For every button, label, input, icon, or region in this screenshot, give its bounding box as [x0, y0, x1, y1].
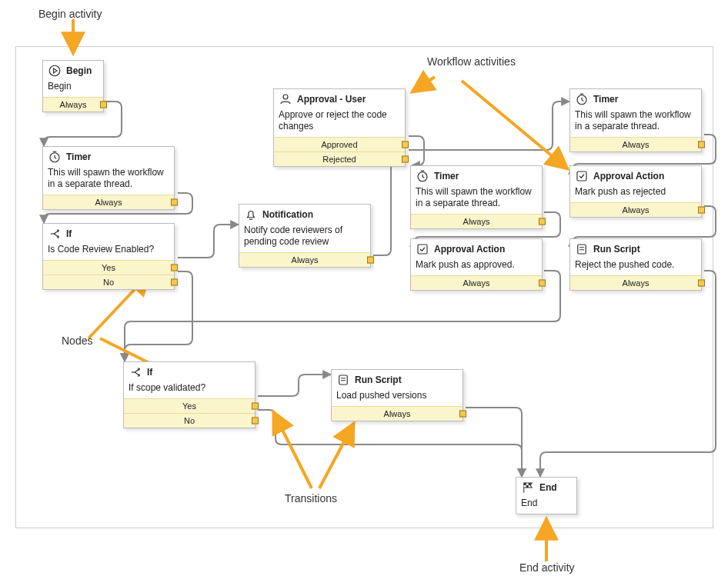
connector-port-icon[interactable]: [539, 280, 546, 287]
clock-icon: [575, 92, 589, 106]
activity-title: Run Script: [355, 375, 402, 385]
activity-approval-action-approved[interactable]: Approval Action Mark push as approved. A…: [410, 238, 543, 291]
outcome-label: Always: [60, 100, 87, 109]
activity-title: Approval Action: [593, 171, 664, 181]
activity-title: Timer: [66, 151, 91, 162]
outcome[interactable]: Always: [570, 202, 701, 217]
activity-title: Timer: [434, 171, 459, 181]
svg-point-0: [49, 65, 60, 76]
connector-port-icon[interactable]: [459, 411, 466, 418]
outcome-label: Always: [623, 205, 650, 215]
outcome-label: Yes: [102, 263, 115, 272]
outcome-label: Approved: [321, 140, 357, 149]
activity-desc: Approve or reject the code changes: [274, 108, 405, 137]
activity-approval-action-rejected[interactable]: Approval Action Mark push as rejected Al…: [569, 165, 702, 218]
connector-port-icon[interactable]: [252, 418, 259, 425]
activity-desc: This will spawn the workflow in a separa…: [43, 165, 174, 195]
branch-icon: [48, 227, 62, 241]
clock-icon: [416, 169, 429, 183]
checkbox-icon: [575, 169, 589, 183]
user-icon: [279, 92, 292, 106]
outcome[interactable]: Always: [332, 406, 463, 421]
activity-desc: Mark push as rejected: [570, 185, 701, 202]
activity-timer-3[interactable]: Timer This will spawn the workflow in a …: [569, 88, 702, 152]
connector-port-icon[interactable]: [171, 279, 178, 286]
activity-title: If: [66, 228, 72, 239]
activity-end[interactable]: End End: [516, 477, 577, 514]
workflow-diagram: Begin activity Workflow activities Nodes…: [8, 8, 720, 568]
outcome-label: Always: [463, 217, 490, 226]
activity-if-1[interactable]: If Is Code Review Enabled? Yes No: [42, 223, 175, 290]
outcome-label: No: [103, 278, 114, 287]
connector-port-icon[interactable]: [402, 142, 409, 148]
connector-port-icon[interactable]: [698, 280, 705, 287]
anno-nodes: Nodes: [62, 335, 92, 347]
outcome-label: Yes: [182, 401, 196, 411]
outcome-label: Always: [463, 278, 490, 288]
outcome-yes[interactable]: Yes: [43, 260, 174, 275]
connector-port-icon[interactable]: [171, 199, 178, 206]
activity-desc: This will spawn the workflow in a separa…: [411, 185, 542, 214]
outcome-yes[interactable]: Yes: [124, 398, 255, 413]
activity-desc: If scope validated?: [124, 381, 255, 398]
bell-icon: [244, 208, 258, 221]
activity-desc: Notify code reviewers of pending code re…: [239, 223, 370, 252]
connector-port-icon[interactable]: [539, 218, 546, 225]
connector-port-icon[interactable]: [698, 142, 705, 148]
anno-transitions: Transitions: [285, 492, 337, 504]
outcome[interactable]: Always: [411, 214, 542, 228]
activity-title: Approval - User: [297, 94, 366, 105]
activity-if-2[interactable]: If If scope validated? Yes No: [123, 361, 255, 428]
connector-port-icon[interactable]: [402, 156, 409, 163]
anno-end-activity: End activity: [519, 561, 575, 574]
activity-timer-2[interactable]: Timer This will spawn the workflow in a …: [410, 165, 543, 229]
svg-rect-4: [418, 245, 427, 254]
outcome-approved[interactable]: Approved: [274, 137, 405, 151]
activity-run-script-load[interactable]: Run Script Load pushed versions Always: [331, 369, 463, 421]
connector-port-icon[interactable]: [367, 257, 374, 264]
outcome[interactable]: Always: [43, 97, 103, 112]
activity-title: End: [539, 482, 557, 493]
svg-rect-8: [339, 375, 348, 385]
svg-rect-7: [578, 245, 586, 254]
outcome-rejected[interactable]: Rejected: [274, 151, 405, 166]
svg-point-2: [283, 95, 288, 99]
outcome-label: No: [184, 416, 195, 425]
activity-desc: Begin: [43, 79, 103, 97]
activity-approval-user[interactable]: Approval - User Approve or reject the co…: [273, 88, 406, 167]
anno-workflow-activities-text: Workflow activities: [427, 55, 516, 68]
outcome[interactable]: Always: [411, 275, 542, 290]
outcome-label: Always: [623, 140, 650, 149]
activity-desc: Load pushed versions: [332, 388, 463, 406]
outcome-label: Always: [623, 278, 650, 288]
outcome[interactable]: Always: [239, 252, 370, 267]
anno-workflow-activities: Workflow activities: [427, 55, 516, 68]
outcome-label: Always: [95, 198, 122, 207]
outcome-no[interactable]: No: [43, 275, 174, 289]
activity-title: Timer: [593, 94, 618, 105]
outcome-label: Always: [292, 255, 319, 265]
outcome[interactable]: Always: [570, 137, 701, 151]
activity-notification[interactable]: Notification Notify code reviewers of pe…: [239, 204, 371, 268]
connector-port-icon[interactable]: [698, 207, 705, 214]
script-icon: [336, 373, 350, 387]
activity-desc: This will spawn the workflow in a separa…: [570, 108, 701, 137]
outcome[interactable]: Always: [43, 195, 174, 209]
connector-port-icon[interactable]: [252, 403, 259, 410]
flag-checkered-icon: [521, 481, 535, 494]
connector-port-icon[interactable]: [100, 102, 107, 108]
activity-title: If: [147, 367, 152, 378]
outcome-no[interactable]: No: [124, 413, 255, 428]
activity-run-script-reject[interactable]: Run Script Reject the pushed code. Alway…: [569, 238, 702, 291]
outcome[interactable]: Always: [570, 275, 701, 290]
activity-timer-1[interactable]: Timer This will spawn the workflow in a …: [42, 146, 175, 210]
activity-title: Run Script: [593, 244, 640, 255]
connector-port-icon[interactable]: [171, 265, 178, 271]
activity-desc: Is Code Review Enabled?: [43, 242, 174, 260]
svg-rect-6: [577, 171, 586, 181]
clock-icon: [48, 150, 62, 164]
anno-begin-activity: Begin activity: [38, 8, 102, 20]
activity-title: Approval Action: [434, 244, 505, 255]
activity-begin[interactable]: Begin Begin Always: [42, 60, 104, 112]
activity-desc: Mark push as approved.: [411, 258, 542, 275]
